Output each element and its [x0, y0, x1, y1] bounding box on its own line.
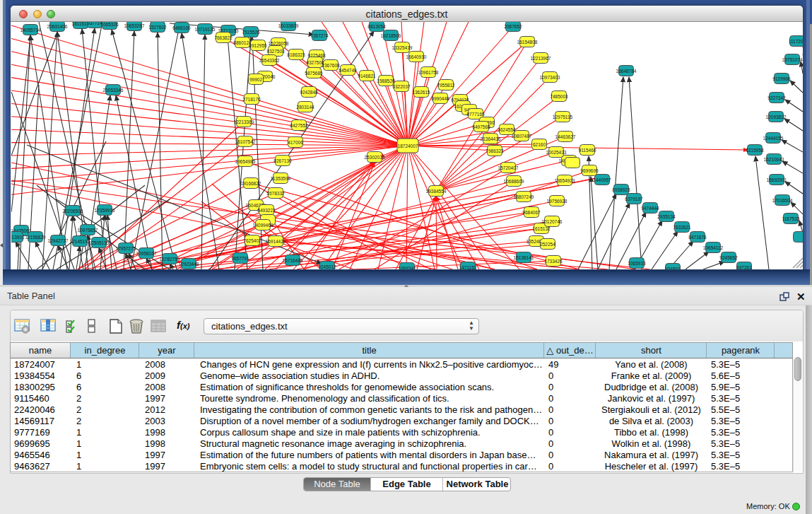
svg-text:9245012: 9245012 — [318, 264, 336, 269]
svg-text:1733426: 1733426 — [544, 259, 563, 264]
svg-text:12444155: 12444155 — [763, 136, 784, 141]
svg-text:1362615: 1362615 — [412, 90, 430, 95]
svg-text:8215958: 8215958 — [746, 148, 764, 153]
svg-text:12156829: 12156829 — [25, 235, 46, 240]
svg-text:10958167: 10958167 — [136, 251, 157, 256]
svg-text:7625402: 7625402 — [243, 238, 261, 243]
svg-text:7485003: 7485003 — [550, 94, 568, 99]
svg-text:9242848: 9242848 — [300, 90, 318, 95]
svg-text:15136141: 15136141 — [514, 255, 534, 260]
svg-text:2367608: 2367608 — [322, 63, 340, 68]
svg-text:1527602: 1527602 — [148, 25, 167, 30]
svg-text:10719135: 10719135 — [195, 27, 216, 32]
svg-text:5493222: 5493222 — [257, 208, 276, 213]
svg-text:13325419: 13325419 — [392, 45, 413, 50]
svg-text:20053346: 20053346 — [103, 88, 124, 93]
svg-text:12923448: 12923448 — [179, 262, 199, 267]
svg-text:19654985: 19654985 — [235, 159, 256, 164]
svg-text:15751074: 15751074 — [782, 57, 803, 62]
svg-text:8813054: 8813054 — [367, 24, 386, 29]
svg-text:7632621: 7632621 — [673, 225, 691, 230]
svg-text:9699695: 9699695 — [580, 168, 599, 173]
svg-text:1167533: 1167533 — [782, 216, 800, 221]
svg-text:6990448: 6990448 — [431, 96, 449, 101]
svg-text:17957275: 17957275 — [116, 246, 136, 251]
svg-text:417006: 417006 — [288, 140, 303, 145]
svg-text:8454749: 8454749 — [339, 68, 357, 73]
svg-text:16782759: 16782759 — [160, 257, 180, 262]
svg-text:1065326: 1065326 — [100, 22, 119, 27]
svg-text:10975857: 10975857 — [78, 228, 98, 233]
svg-text:17016504: 17016504 — [772, 198, 793, 203]
svg-text:16107542: 16107542 — [235, 139, 256, 144]
svg-text:2935134: 2935134 — [657, 214, 676, 219]
svg-text:937261: 937261 — [736, 265, 752, 270]
svg-text:13654923: 13654923 — [555, 178, 575, 183]
svg-text:6497568: 6497568 — [472, 124, 490, 129]
svg-text:16640910: 16640910 — [406, 54, 427, 59]
svg-text:7986322: 7986322 — [486, 148, 504, 153]
svg-text:7663822: 7663822 — [214, 35, 233, 40]
svg-text:1588520: 1588520 — [377, 78, 395, 83]
svg-text:9115460: 9115460 — [579, 148, 596, 153]
svg-text:12093822: 12093822 — [766, 115, 787, 119]
svg-text:15720407: 15720407 — [498, 165, 519, 170]
svg-text:12505135: 12505135 — [89, 240, 110, 245]
svg-text:7357274: 7357274 — [310, 33, 329, 38]
svg-text:5578332: 5578332 — [266, 191, 285, 196]
svg-text:10807487: 10807487 — [512, 134, 532, 139]
svg-text:10961758: 10961758 — [418, 70, 439, 75]
svg-text:19166822: 19166822 — [241, 181, 261, 186]
svg-text:2087652: 2087652 — [504, 24, 522, 29]
svg-text:1117203: 1117203 — [789, 39, 803, 44]
svg-text:8912955: 8912955 — [249, 43, 267, 48]
svg-text:20691406: 20691406 — [47, 24, 68, 29]
svg-text:15716485: 15716485 — [283, 258, 303, 263]
svg-text:14055714: 14055714 — [20, 28, 41, 33]
svg-text:12145193: 12145193 — [70, 239, 90, 244]
svg-text:17359916: 17359916 — [95, 208, 115, 213]
svg-text:9684067: 9684067 — [522, 210, 541, 215]
svg-text:15692901: 15692901 — [767, 177, 787, 182]
svg-text:5875685: 5875685 — [305, 71, 323, 76]
svg-text:10025433: 10025433 — [546, 150, 567, 155]
svg-text:19218506: 19218506 — [381, 33, 401, 38]
svg-text:10688609: 10688609 — [504, 179, 524, 184]
svg-text:1069341: 1069341 — [398, 266, 416, 270]
svg-text:2718170: 2718170 — [242, 97, 261, 102]
svg-text:3913901: 3913901 — [11, 235, 25, 240]
svg-text:12942737: 12942737 — [48, 238, 69, 243]
svg-text:1440957: 1440957 — [593, 177, 611, 182]
svg-text:21364436: 21364436 — [481, 136, 501, 141]
svg-text:16210643: 16210643 — [764, 157, 784, 162]
svg-text:1065933: 1065933 — [628, 261, 646, 266]
svg-text:99902: 99902 — [249, 77, 262, 82]
svg-text:16648784: 16648784 — [616, 69, 637, 74]
svg-text:18724007: 18724007 — [398, 144, 418, 148]
svg-text:6379197: 6379197 — [625, 197, 643, 201]
svg-text:9474444: 9474444 — [641, 206, 659, 211]
svg-text:19756928: 19756928 — [547, 199, 567, 204]
svg-text:12213967: 12213967 — [531, 56, 551, 61]
svg-text:20206506: 20206506 — [63, 209, 83, 214]
svg-text:6466160: 6466160 — [172, 25, 191, 30]
svg-text:9245652: 9245652 — [719, 255, 738, 260]
svg-text:16543362: 16543362 — [259, 58, 280, 63]
svg-text:8186323: 8186323 — [287, 52, 305, 57]
svg-text:16033809: 16033809 — [278, 23, 299, 28]
svg-text:9129966: 9129966 — [772, 76, 791, 81]
svg-text:62160: 62160 — [533, 142, 546, 147]
svg-text:16914429: 16914429 — [266, 239, 286, 244]
svg-text:924501: 924501 — [665, 267, 681, 270]
svg-text:8938923: 8938923 — [612, 187, 630, 192]
svg-text:1471153: 1471153 — [459, 265, 477, 270]
svg-text:15226058: 15226058 — [269, 41, 289, 46]
svg-text:19384554: 19384554 — [426, 189, 447, 194]
svg-text:25302033: 25302033 — [365, 155, 385, 160]
svg-text:12213369: 12213369 — [234, 119, 254, 124]
svg-text:9146821: 9146821 — [358, 74, 376, 78]
svg-text:10654112: 10654112 — [703, 245, 724, 250]
svg-text:16154808: 16154808 — [517, 40, 538, 45]
svg-text:14099469: 14099469 — [253, 223, 273, 228]
svg-text:252254: 252254 — [540, 242, 555, 247]
